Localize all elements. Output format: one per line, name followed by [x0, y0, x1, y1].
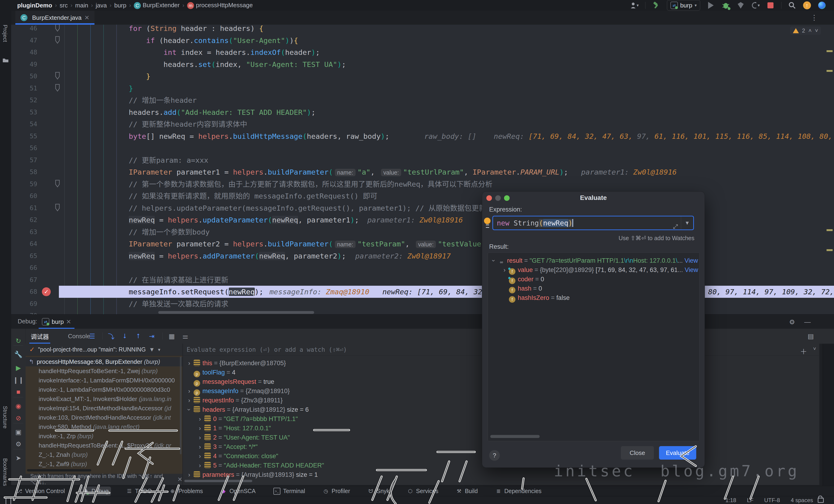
tree-row[interactable]: ›parameters = {ArrayList@18913} size = 1	[185, 470, 318, 479]
chevron-icon[interactable]: ›	[489, 257, 499, 265]
filter-icon[interactable]: ▼	[149, 346, 155, 353]
breadcrumb-item-java[interactable]: java	[96, 2, 107, 9]
ide-update-icon[interactable]: ↑	[803, 1, 811, 9]
debugger-settings-icon[interactable]: ⚙	[14, 440, 23, 448]
result-horizontal-scrollbar[interactable]	[490, 435, 540, 438]
tree-row[interactable]: ›this = {BurpExtender@18705}	[185, 359, 286, 368]
chevron-icon[interactable]: ›	[184, 406, 194, 414]
tree-row[interactable]: ›3 = "Accept: */*"	[196, 442, 258, 452]
chevron-icon[interactable]: ›	[185, 386, 193, 396]
close-button[interactable]: Close	[621, 446, 654, 460]
chevron-icon[interactable]: ›	[196, 442, 204, 452]
stack-frame-row[interactable]: invoke:-1, LambdaForm$MH/0x0000000800d3c…	[26, 385, 182, 394]
toolwindow-dependencies[interactable]: ≣Dependencies	[493, 486, 544, 496]
stack-frame-row[interactable]: Z_:-1, Zwf9 (burp)	[26, 459, 182, 469]
tree-row[interactable]: ›∞result = "GET /?a=testUrlParam HTTP/1.…	[490, 256, 698, 265]
sidebar-item-bookmarks[interactable]: Bookmarks	[2, 458, 8, 486]
line-number[interactable]: 67	[11, 274, 37, 286]
tree-row[interactable]: ›requestInfo = {Zhv3@18911}	[185, 396, 283, 405]
variable-value[interactable]: View	[685, 267, 698, 273]
pause-icon[interactable]: ❙❙	[14, 376, 23, 384]
stack-frame-row[interactable]: invokeImpl:154, DirectMethodHandleAccess…	[26, 404, 182, 413]
stack-frame-row[interactable]: handleHttpRequestToBeSent:-1, Zwej (burp…	[26, 366, 182, 376]
line-number[interactable]: 58	[11, 166, 37, 178]
stack-frame-row[interactable]: Z_:-1, Znah (burp)	[26, 450, 182, 459]
expression-input[interactable]: new String(newReq) ⤢ ▼	[492, 216, 694, 230]
tree-row[interactable]: ›0 = "GET /?a=bbbb HTTP/1.1"	[196, 414, 298, 423]
sidebar-item-project[interactable]: Project	[2, 25, 8, 42]
more-options-icon[interactable]: ⋮	[811, 14, 818, 22]
build-hammer-icon[interactable]	[652, 1, 660, 9]
toolwindow-snyk[interactable]: ᗢSnyk	[365, 486, 392, 496]
frames-horizontal-scrollbar[interactable]	[27, 469, 91, 472]
line-number[interactable]: 46	[11, 25, 37, 35]
help-button[interactable]: ?	[489, 450, 500, 461]
rerun-icon[interactable]: ↻	[14, 337, 23, 345]
line-number[interactable]: 55	[11, 130, 37, 142]
tree-row[interactable]: ptoolFlag = 4	[185, 368, 236, 377]
warning-stripe-mark[interactable]	[827, 50, 833, 52]
chevron-down-icon[interactable]: ˅	[813, 346, 816, 356]
toolwindow-build[interactable]: ⚒Build	[454, 486, 480, 496]
chevron-down-icon[interactable]: ▾	[158, 347, 160, 352]
gradle-sphere-icon[interactable]	[818, 1, 826, 9]
fold-pin-icon[interactable]	[54, 25, 61, 32]
run-icon[interactable]	[707, 1, 715, 9]
prev-problem-icon[interactable]: ˄	[808, 27, 812, 34]
line-number[interactable]: 70	[11, 310, 37, 314]
line-number[interactable]: 49	[11, 59, 37, 70]
device-icon[interactable]	[5, 497, 11, 504]
breadcrumb-item-src[interactable]: src	[60, 2, 68, 9]
stack-frame-row[interactable]: invoke:580, Method (java.lang.reflect)	[26, 422, 182, 432]
chevron-icon[interactable]: ›	[185, 396, 193, 405]
breadcrumb-item-processHttpMessage[interactable]: mprocessHttpMessage	[187, 2, 253, 9]
debug-tab-burp[interactable]: ⇄ burp ✕	[39, 315, 74, 329]
expand-icon[interactable]: ⤢	[673, 220, 678, 233]
breadcrumb-item-BurpExtender[interactable]: CBurpExtender	[134, 2, 180, 9]
line-number[interactable]: 53	[11, 106, 37, 118]
line-number[interactable]: 66	[11, 262, 37, 274]
close-icon[interactable]: ✕	[66, 318, 71, 325]
line-number[interactable]: 68	[11, 286, 37, 298]
chevron-icon[interactable]: ›	[185, 359, 193, 368]
line-number[interactable]: 51	[11, 82, 37, 94]
debug-view-tab-调试器[interactable]: 调试器	[29, 329, 50, 344]
fold-pin-icon[interactable]	[54, 72, 61, 80]
toolwindow-terminal[interactable]: >_Terminal	[271, 486, 307, 496]
tree-row[interactable]: ›4 = "Connection: close"	[196, 452, 278, 461]
wrench-icon[interactable]: 🔧	[14, 350, 23, 359]
line-number[interactable]: 62	[11, 214, 37, 226]
line-number[interactable]: 48	[11, 46, 37, 59]
line-number[interactable]: 65	[11, 250, 37, 262]
thread-selector[interactable]: ✓ "pool-project-thre...oup "main": RUNNI…	[26, 344, 182, 356]
breadcrumb-item-pluginDemo[interactable]: pluginDemo	[17, 2, 52, 9]
thread-dump-icon[interactable]: ▣	[14, 428, 23, 436]
status-item[interactable]: 4 spaces	[791, 497, 813, 504]
search-icon[interactable]	[788, 1, 796, 9]
resume-icon[interactable]: ▶	[14, 364, 23, 372]
evaluate-expression-icon[interactable]: ▦	[168, 332, 176, 340]
stack-frame-row[interactable]: invokeExact_MT:-1, Invokers$Holder (java…	[26, 394, 182, 404]
line-number[interactable]: 50	[11, 70, 37, 82]
coverage-icon[interactable]	[737, 1, 745, 9]
toolwindow-debug[interactable]: Debug	[80, 486, 111, 496]
line-number[interactable]: 52	[11, 94, 37, 106]
line-number[interactable]: 61	[11, 202, 37, 214]
stack-frame-row[interactable]: invokeInterface:-1, LambdaForm$DMH/0x000…	[26, 376, 182, 385]
line-number[interactable]: 63	[11, 226, 37, 238]
fold-pin-icon[interactable]	[54, 203, 61, 212]
warning-stripe-mark[interactable]	[827, 229, 833, 231]
breadcrumb-item-burp[interactable]: burp	[114, 2, 126, 9]
chevron-icon[interactable]: ›	[501, 265, 508, 275]
result-tree[interactable]: ›∞result = "GET /?a=testUrlParam HTTP/1.…	[488, 252, 700, 441]
line-number[interactable]: 47	[11, 35, 37, 46]
tree-row[interactable]: fcoder = 0	[501, 275, 544, 284]
toolwindow-todo[interactable]: ☰TODO	[124, 486, 154, 496]
stop-icon[interactable]	[766, 1, 775, 9]
inspections-widget[interactable]: 2 ˄ ˅	[790, 26, 821, 35]
history-dropdown-icon[interactable]: ▼	[681, 216, 693, 229]
breadcrumb-item-main[interactable]: main	[75, 2, 88, 9]
chevron-icon[interactable]: ›	[196, 433, 204, 442]
variable-value[interactable]: View	[684, 257, 698, 264]
toolwindow-problems[interactable]: ⊕Problems	[167, 486, 205, 496]
